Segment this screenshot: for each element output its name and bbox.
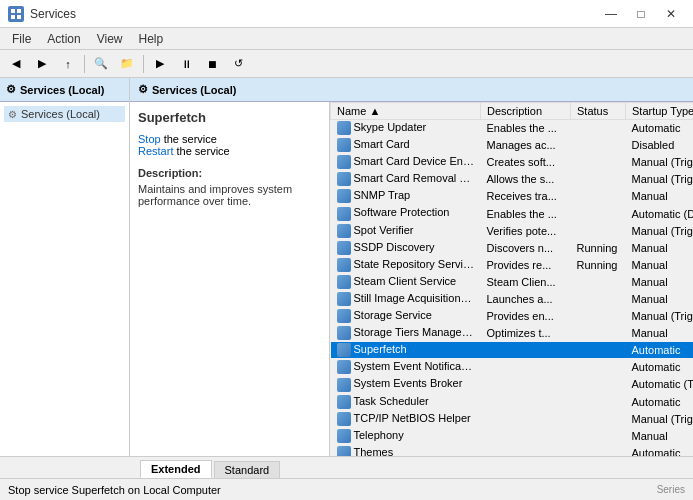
back-button[interactable]: ◀ xyxy=(4,53,28,75)
service-row-icon xyxy=(337,207,351,221)
table-row[interactable]: Smart CardManages ac...DisabledLoc xyxy=(331,137,694,154)
cell-desc: Steam Clien... xyxy=(481,273,571,290)
cell-startup: Automatic xyxy=(626,393,694,410)
run-button[interactable]: ▶ xyxy=(148,53,172,75)
table-row[interactable]: ThemesAutomaticLoc xyxy=(331,444,694,456)
cell-name: Smart Card xyxy=(331,137,481,154)
service-description: Description: Maintains and improves syst… xyxy=(138,167,321,207)
cell-desc xyxy=(481,393,571,410)
pause-button[interactable]: ⏸ xyxy=(174,53,198,75)
table-row[interactable]: SNMP TrapReceives tra...ManualNet xyxy=(331,188,694,205)
cell-status xyxy=(571,273,626,290)
cell-status xyxy=(571,137,626,154)
service-row-icon xyxy=(337,292,351,306)
cell-name: Spot Verifier xyxy=(331,222,481,239)
table-row[interactable]: Task SchedulerAutomaticLoc xyxy=(331,393,694,410)
cell-name: SNMP Trap xyxy=(331,188,481,205)
table-row[interactable]: Storage Tiers ManagementOptimizes t...Ma… xyxy=(331,325,694,342)
forward-button[interactable]: ▶ xyxy=(30,53,54,75)
service-row-icon xyxy=(337,378,351,392)
table-row[interactable]: Smart Card Removal PolicyAllows the s...… xyxy=(331,171,694,188)
content-header-title: Services (Local) xyxy=(152,84,236,96)
cell-startup: Disabled xyxy=(626,137,694,154)
table-row[interactable]: Steam Client ServiceSteam Clien...Manual… xyxy=(331,273,694,290)
left-panel: ⚙ Services (Local) ⚙ Services (Local) xyxy=(0,78,130,456)
tab-standard[interactable]: Standard xyxy=(214,461,281,478)
stop-link[interactable]: Stop xyxy=(138,133,161,145)
service-row-icon xyxy=(337,360,351,374)
table-row[interactable]: Skype UpdaterEnables the ...AutomaticLoc xyxy=(331,120,694,137)
cell-desc: Provides re... xyxy=(481,256,571,273)
restart-link[interactable]: Restart xyxy=(138,145,173,157)
table-container[interactable]: Name ▲ Description Status Startup Type L… xyxy=(330,102,693,456)
restart-button[interactable]: ↺ xyxy=(226,53,250,75)
table-row[interactable]: State Repository ServiceProvides re...Ru… xyxy=(331,256,694,273)
menu-view[interactable]: View xyxy=(89,30,131,48)
cell-status xyxy=(571,342,626,359)
title-controls: — □ ✕ xyxy=(597,4,685,24)
service-row-icon xyxy=(337,138,351,152)
service-list: Name ▲ Description Status Startup Type L… xyxy=(330,102,693,456)
col-name-header[interactable]: Name ▲ xyxy=(331,103,481,120)
cell-startup: Manual (Trig... xyxy=(626,308,694,325)
cell-desc: Manages ac... xyxy=(481,137,571,154)
cell-status xyxy=(571,410,626,427)
cell-startup: Automatic xyxy=(626,342,694,359)
tab-extended[interactable]: Extended xyxy=(140,460,212,478)
cell-name: Smart Card Device Enumera... xyxy=(331,154,481,171)
maximize-button[interactable]: □ xyxy=(627,4,655,24)
service-row-icon xyxy=(337,395,351,409)
table-row[interactable]: Software ProtectionEnables the ...Automa… xyxy=(331,205,694,222)
cell-name: Smart Card Removal Policy xyxy=(331,171,481,188)
desc-title: Description: xyxy=(138,167,321,179)
cell-startup: Manual xyxy=(626,188,694,205)
table-row[interactable]: System Events BrokerAutomatic (T...Loc xyxy=(331,376,694,393)
menu-file[interactable]: File xyxy=(4,30,39,48)
table-row[interactable]: SSDP DiscoveryDiscovers n...RunningManua… xyxy=(331,239,694,256)
cell-desc: Verifies pote... xyxy=(481,222,571,239)
svg-rect-1 xyxy=(17,9,21,13)
title-bar: Services — □ ✕ xyxy=(0,0,693,28)
col-desc-header[interactable]: Description xyxy=(481,103,571,120)
table-row[interactable]: Spot VerifierVerifies pote...Manual (Tri… xyxy=(331,222,694,239)
table-row[interactable]: TCP/IP NetBIOS HelperManual (Trig...Loc xyxy=(331,410,694,427)
stop-button[interactable]: ⏹ xyxy=(200,53,224,75)
service-row-icon xyxy=(337,121,351,135)
table-row[interactable]: TelephonyManualNet xyxy=(331,427,694,444)
tree-item-local[interactable]: ⚙ Services (Local) xyxy=(4,106,125,122)
right-panel: ⚙ Services (Local) Superfetch Stop the s… xyxy=(130,78,693,456)
service-row-icon xyxy=(337,326,351,340)
table-row[interactable]: Storage ServiceProvides en...Manual (Tri… xyxy=(331,308,694,325)
svg-rect-2 xyxy=(11,15,15,19)
minimize-button[interactable]: — xyxy=(597,4,625,24)
table-row[interactable]: System Event Notification SAutomaticLoc xyxy=(331,359,694,376)
cell-desc xyxy=(481,410,571,427)
menu-action[interactable]: Action xyxy=(39,30,88,48)
search-button[interactable]: 🔍 xyxy=(89,53,113,75)
tree-item-label: Services (Local) xyxy=(21,108,100,120)
up-button[interactable]: ↑ xyxy=(56,53,80,75)
cell-status xyxy=(571,359,626,376)
toolbar-sep-2 xyxy=(143,55,144,73)
service-row-icon xyxy=(337,309,351,323)
col-status-header[interactable]: Status xyxy=(571,103,626,120)
table-header-row: Name ▲ Description Status Startup Type L… xyxy=(331,103,694,120)
table-row[interactable]: Still Image Acquisition EventsLaunches a… xyxy=(331,290,694,307)
desc-text: Maintains and improves system performanc… xyxy=(138,183,321,207)
col-startup-header[interactable]: Startup Type xyxy=(626,103,694,120)
service-row-icon xyxy=(337,258,351,272)
cell-name: Storage Service xyxy=(331,308,481,325)
cell-name: Task Scheduler xyxy=(331,393,481,410)
close-button[interactable]: ✕ xyxy=(657,4,685,24)
status-bar: Stop service Superfetch on Local Compute… xyxy=(0,478,693,500)
split-pane: Superfetch Stop the service Restart the … xyxy=(130,102,693,456)
table-row[interactable]: SuperfetchAutomaticLoc xyxy=(331,342,694,359)
cell-desc xyxy=(481,376,571,393)
table-row[interactable]: Smart Card Device Enumera...Creates soft… xyxy=(331,154,694,171)
cell-startup: Manual xyxy=(626,256,694,273)
menu-help[interactable]: Help xyxy=(131,30,172,48)
services-tbody: Skype UpdaterEnables the ...AutomaticLoc… xyxy=(331,120,694,457)
service-row-icon xyxy=(337,224,351,238)
cell-status xyxy=(571,376,626,393)
folders-button[interactable]: 📁 xyxy=(115,53,139,75)
